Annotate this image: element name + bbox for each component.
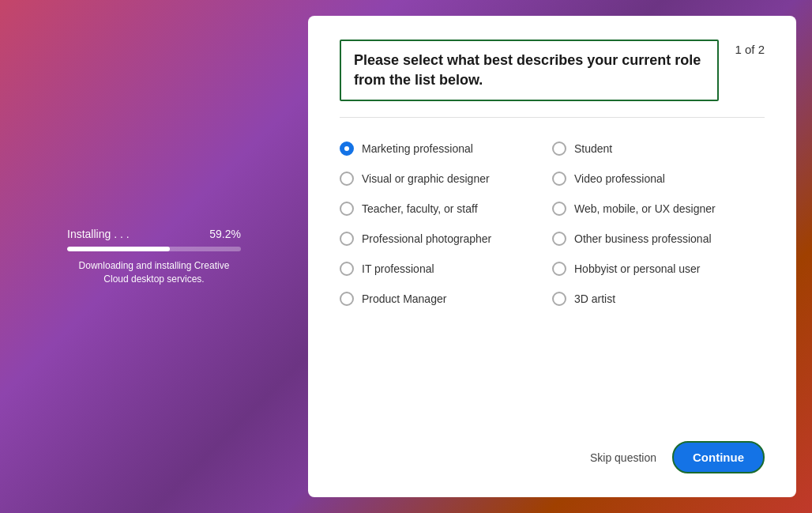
- install-subtitle: Downloading and installing Creative Clou…: [67, 259, 241, 286]
- option-item-video[interactable]: Video professional: [552, 164, 765, 194]
- radio-hobbyist[interactable]: [552, 262, 566, 276]
- radio-student[interactable]: [552, 141, 566, 156]
- option-label-marketing: Marketing professional: [362, 142, 473, 155]
- option-item-teacher[interactable]: Teacher, faculty, or staff: [340, 194, 552, 224]
- dialog-footer: Skip question Continue: [340, 433, 765, 473]
- radio-photographer[interactable]: [340, 232, 354, 246]
- option-label-other: Other business professional: [574, 232, 712, 245]
- dialog-header: Please select what best describes your c…: [340, 40, 765, 101]
- option-item-student[interactable]: Student: [552, 134, 765, 164]
- radio-visual[interactable]: [340, 172, 354, 186]
- option-label-video: Video professional: [574, 172, 665, 185]
- option-item-visual[interactable]: Visual or graphic designer: [340, 164, 552, 194]
- progress-bar-fill: [67, 247, 170, 251]
- option-label-it: IT professional: [362, 262, 434, 275]
- continue-button[interactable]: Continue: [672, 441, 765, 473]
- option-item-3d[interactable]: 3D artist: [552, 284, 765, 314]
- option-item-marketing[interactable]: Marketing professional: [340, 134, 552, 164]
- radio-marketing[interactable]: [340, 141, 354, 156]
- option-item-web[interactable]: Web, mobile, or UX designer: [552, 194, 765, 224]
- option-item-other[interactable]: Other business professional: [552, 224, 765, 254]
- option-label-hobbyist: Hobbyist or personal user: [574, 262, 701, 275]
- option-label-teacher: Teacher, faculty, or staff: [362, 202, 478, 215]
- radio-other[interactable]: [552, 232, 566, 246]
- option-item-hobbyist[interactable]: Hobbyist or personal user: [552, 254, 765, 284]
- install-percent: 59.2%: [209, 228, 241, 240]
- install-panel: Installing . . . 59.2% Downloading and i…: [0, 0, 308, 513]
- progress-bar-container: [67, 247, 241, 251]
- options-grid: Marketing professionalVisual or graphic …: [340, 134, 765, 417]
- option-label-pm: Product Manager: [362, 292, 446, 305]
- left-options: Marketing professionalVisual or graphic …: [340, 134, 552, 417]
- skip-button[interactable]: Skip question: [590, 451, 656, 464]
- dialog-title: Please select what best describes your c…: [354, 52, 701, 88]
- option-item-pm[interactable]: Product Manager: [340, 284, 552, 314]
- radio-web[interactable]: [552, 202, 566, 216]
- divider: [340, 117, 765, 118]
- option-label-web: Web, mobile, or UX designer: [574, 202, 716, 215]
- install-label: Installing . . .: [67, 228, 130, 240]
- option-item-it[interactable]: IT professional: [340, 254, 552, 284]
- right-options: StudentVideo professionalWeb, mobile, or…: [552, 134, 765, 417]
- radio-it[interactable]: [340, 262, 354, 276]
- option-label-visual: Visual or graphic designer: [362, 172, 490, 185]
- step-indicator: 1 of 2: [735, 40, 765, 56]
- radio-pm[interactable]: [340, 292, 354, 306]
- dialog: Please select what best describes your c…: [308, 16, 796, 497]
- option-item-photographer[interactable]: Professional photographer: [340, 224, 552, 254]
- install-status-row: Installing . . . 59.2%: [67, 228, 241, 240]
- radio-video[interactable]: [552, 172, 566, 186]
- option-label-student: Student: [574, 142, 612, 155]
- radio-teacher[interactable]: [340, 202, 354, 216]
- radio-3d[interactable]: [552, 292, 566, 306]
- dialog-title-box: Please select what best describes your c…: [340, 40, 719, 101]
- option-label-3d: 3D artist: [574, 292, 615, 305]
- option-label-photographer: Professional photographer: [362, 232, 491, 245]
